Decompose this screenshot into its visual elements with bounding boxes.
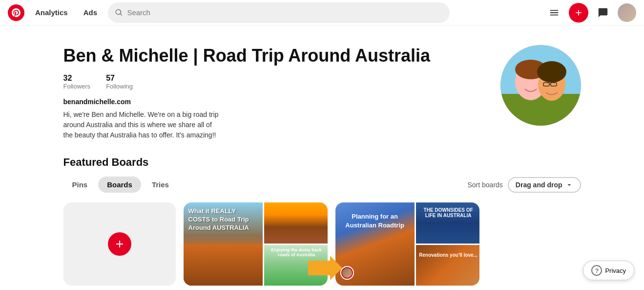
ads-link[interactable]: Ads — [79, 5, 102, 20]
search-bar — [108, 2, 450, 23]
tab-boards[interactable]: Boards — [98, 177, 141, 193]
privacy-button[interactable]: ? Privacy — [583, 261, 634, 280]
add-button[interactable] — [569, 3, 588, 22]
boards-grid: Create board What it REALLY COSTS to Roa… — [63, 202, 581, 290]
profile-website[interactable]: benandmichelle.com — [63, 98, 481, 106]
menu-button[interactable] — [544, 3, 564, 22]
profile-header: Ben & Michelle | Road Trip Around Austra… — [63, 45, 581, 140]
tabs-sort-row: Pins Boards Tries Sort boards Drag and d… — [63, 177, 581, 193]
board-2-side-img-1 — [416, 202, 479, 244]
board-1-main-img: What it REALLY COSTS to Road Trip Around… — [184, 202, 263, 286]
featured-boards-title: Featured Boards — [63, 156, 581, 169]
following-label: Following — [106, 83, 133, 90]
sort-dropdown[interactable]: Drag and drop — [508, 177, 581, 193]
create-board-thumb[interactable] — [63, 202, 176, 286]
board-1-side-img-1 — [264, 202, 328, 244]
avatar-image — [500, 45, 581, 126]
following-count: 57 — [106, 74, 133, 83]
tabs: Pins Boards Tries — [63, 177, 178, 193]
avatar-svg — [500, 45, 581, 126]
profile-name: Ben & Michelle | Road Trip Around Austra… — [63, 45, 481, 66]
privacy-label: Privacy — [605, 267, 626, 274]
search-icon — [115, 8, 123, 17]
board-tile[interactable]: Big Lap | Road Trip Around Aus... 395 Pi… — [335, 202, 479, 290]
svg-rect-1 — [500, 94, 581, 126]
messages-button[interactable] — [593, 3, 613, 22]
user-avatar[interactable] — [618, 3, 636, 22]
profile-bio: Hi, we're Ben and Michelle. We're on a b… — [63, 110, 220, 140]
board-2-side-imgs — [416, 202, 479, 286]
svg-point-5 — [537, 61, 566, 83]
privacy-question-mark: ? — [595, 267, 599, 274]
tab-tries[interactable]: Tries — [143, 177, 178, 193]
followers-stat: 32 Followers — [63, 74, 91, 90]
board-2-side-img-2 — [416, 245, 479, 286]
tab-pins[interactable]: Pins — [63, 177, 97, 193]
followers-label: Followers — [63, 83, 91, 90]
sort-value: Drag and drop — [516, 181, 562, 189]
create-board-plus-icon — [108, 232, 131, 256]
board-arrow-overlay — [306, 256, 345, 280]
board-tile[interactable]: What it REALLY COSTS to Road Trip Around… — [184, 202, 328, 290]
navbar: Analytics Ads — [0, 0, 644, 25]
chevron-down-icon — [565, 181, 573, 189]
following-stat: 57 Following — [106, 74, 133, 90]
board-2-thumb — [335, 202, 479, 286]
create-board-tile[interactable]: Create board — [63, 202, 176, 290]
svg-marker-9 — [308, 256, 342, 280]
profile-stats: 32 Followers 57 Following — [63, 74, 481, 90]
analytics-link[interactable]: Analytics — [30, 5, 73, 20]
nav-right-actions — [544, 3, 636, 22]
privacy-question-icon: ? — [591, 265, 602, 276]
search-input[interactable] — [127, 8, 443, 17]
plus-icon — [114, 238, 125, 250]
pinterest-logo[interactable] — [8, 4, 24, 21]
sort-label: Sort boards — [467, 181, 502, 189]
followers-count: 32 — [63, 74, 91, 83]
profile-info: Ben & Michelle | Road Trip Around Austra… — [63, 45, 481, 140]
sort-row: Sort boards Drag and drop — [467, 177, 581, 193]
main-content: Ben & Michelle | Road Trip Around Austra… — [54, 25, 591, 290]
profile-avatar — [500, 45, 581, 126]
